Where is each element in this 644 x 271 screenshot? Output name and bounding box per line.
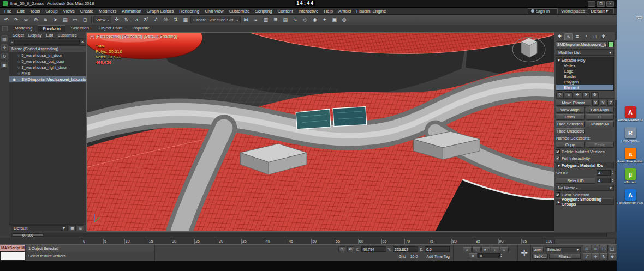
menu-item[interactable]: Create (77, 9, 96, 14)
select-by-name-icon[interactable]: ▤ (61, 16, 70, 24)
relax-settings-button[interactable]: □ (586, 114, 615, 120)
maximize-button[interactable]: ❐ (597, 1, 605, 7)
modifier-list-dropdown[interactable]: Modifier List▾ (556, 49, 614, 56)
z-coordinate-field[interactable]: 0,0 (425, 246, 450, 252)
desktop-icon[interactable]: A Adobe Reader XI (617, 106, 644, 122)
display-tab-icon[interactable]: ▢ (591, 33, 599, 40)
explorer-column-header[interactable]: Name (Sorted Ascending) (9, 46, 86, 52)
ribbon-tab[interactable]: Selection (67, 25, 93, 32)
menu-item[interactable]: Rendering (176, 9, 202, 14)
stack-sub-item[interactable]: Border (556, 74, 613, 79)
hide-unselected-button[interactable]: Hide Unselected (556, 128, 585, 134)
create-tab-icon[interactable]: ✚ (556, 33, 564, 40)
viewport-layout-tab-icon[interactable]: ▤ (1, 35, 8, 42)
desktop-icon[interactable]: A Приложения Autodesk (617, 189, 644, 204)
ribbon-tab[interactable]: Freeform (38, 25, 65, 32)
edit-named-selection-sets-icon[interactable]: ▦ (181, 16, 190, 24)
maxscript-input[interactable] (0, 251, 25, 261)
clear-selection-checkbox[interactable] (556, 192, 560, 197)
y-coordinate-field[interactable]: 225,862 (393, 246, 418, 252)
frame-spinner[interactable]: ▲▼ (500, 254, 503, 258)
select-id-field[interactable]: 4 (597, 178, 611, 183)
mirror-icon[interactable]: ⋈ (241, 16, 251, 24)
menu-item[interactable]: Modifiers (96, 9, 119, 14)
named-selection-set-combo[interactable]: Create Selection Set▾ (190, 16, 241, 23)
ribbon-tab[interactable]: Modeling (10, 25, 37, 32)
make-unique-icon[interactable]: ❖ (574, 92, 581, 98)
unlink-selection-icon[interactable]: ⊘ (31, 16, 40, 24)
close-button[interactable]: ✕ (606, 1, 614, 7)
menu-item[interactable]: Views (61, 9, 77, 14)
selection-region-icon[interactable]: ▭ (70, 16, 80, 24)
full-interactivity-checkbox[interactable] (556, 156, 560, 160)
menu-item[interactable]: Houdini Engine (354, 9, 389, 14)
object-color-swatch[interactable] (608, 41, 614, 47)
list-item[interactable]: ◉ ○ SMDImporter.Mesh.secret_laborato (9, 76, 86, 82)
menu-item[interactable]: Graph Editors (144, 9, 176, 14)
menu-item[interactable]: Scripting (252, 9, 275, 14)
desktop-icon[interactable]: a Avast Free Antivirus (617, 148, 644, 163)
desktop-icon[interactable]: R RegOrgani... (617, 127, 644, 142)
visibility-eye-icon[interactable]: ◉ (13, 77, 16, 82)
paste-button[interactable]: Paste (586, 142, 615, 148)
planar-x-button[interactable]: X (592, 100, 599, 106)
select-and-link-icon[interactable]: ∞ (21, 16, 31, 24)
schematic-view-icon[interactable]: ◇ (300, 16, 309, 24)
bind-to-space-warp-icon[interactable]: ≋ (41, 16, 50, 24)
stack-sub-item[interactable]: Edge (556, 68, 613, 74)
isolate-selection-icon[interactable]: ⊙ (338, 246, 345, 252)
layer-explorer-icon[interactable]: ≣ (271, 16, 280, 24)
hierarchy-tab-icon[interactable]: ≣ (573, 33, 581, 40)
show-end-result-icon[interactable]: ≡ (565, 92, 573, 98)
region-tool-icon[interactable]: ▣ (1, 62, 8, 68)
configure-modifier-sets-icon[interactable]: ⚙ (591, 92, 599, 98)
hide-selected-button[interactable]: Hide Selected (556, 121, 585, 127)
ribbon-toggle-icon[interactable]: ▤ (281, 16, 290, 24)
stack-sub-item[interactable]: Polygon (556, 79, 613, 85)
zoom-all-icon[interactable]: ⊞ (592, 245, 600, 252)
curve-editor-icon[interactable]: ∿ (290, 16, 300, 24)
set-key-button[interactable]: Set K... (532, 254, 548, 259)
ribbon-tab[interactable]: Populate (128, 25, 154, 32)
angle-snap-icon[interactable]: ∠ (151, 16, 160, 24)
play-button[interactable]: ► (481, 247, 490, 252)
planar-z-button[interactable]: Z (607, 100, 614, 106)
render-production-icon[interactable]: ◍ (339, 16, 349, 24)
key-filters-button[interactable]: Filters... (549, 254, 581, 259)
select-object-icon[interactable]: ➤ (51, 16, 60, 24)
menu-item[interactable]: Arnold (336, 9, 354, 14)
key-mode-toggle-icon[interactable]: ◈ (469, 253, 478, 258)
material-name-dropdown[interactable]: No Name -▾ (556, 185, 614, 191)
select-id-button[interactable]: Select ID (556, 178, 595, 184)
pin-stack-icon[interactable]: ⚲ (556, 92, 564, 98)
list-item[interactable]: ◉ ○ 5_warehouse_in_door (9, 52, 86, 58)
pan-crosshair-icon[interactable]: ✛ (517, 245, 530, 261)
make-planar-button[interactable]: Make Planar (556, 100, 591, 106)
maximize-viewport-icon[interactable]: ❖ (609, 253, 617, 261)
pan-view-icon[interactable]: ✛ (592, 253, 600, 261)
menu-item[interactable]: Civil View (202, 9, 226, 14)
explorer-menu-item[interactable]: Select (11, 33, 26, 38)
add-time-tag[interactable]: Add Time Tag (426, 255, 450, 258)
menu-item[interactable]: Group (43, 9, 60, 14)
minimize-button[interactable]: – (588, 1, 595, 7)
menu-item[interactable]: Customize (226, 9, 253, 14)
viewport-label[interactable]: [+] [Perspective] [Standard] [Default Sh… (90, 34, 177, 39)
selection-lock-icon[interactable]: ⊘ (347, 246, 354, 252)
field-of-view-icon[interactable]: ∠ (583, 253, 591, 261)
stack-root-item[interactable]: ▾ Editable Poly (556, 57, 613, 63)
copy-button[interactable]: Copy (556, 142, 585, 148)
material-editor-icon[interactable]: ◉ (310, 16, 319, 24)
time-slider-track[interactable]: 0 / 100 (11, 233, 607, 237)
key-mode-dropdown[interactable]: Selected▾ (545, 247, 581, 252)
previous-frame-button[interactable]: ‹ (472, 247, 481, 252)
set-id-spinner[interactable]: ▲▼ (612, 171, 614, 175)
explorer-menu-item[interactable]: Display (27, 33, 44, 38)
select-and-rotate-icon[interactable]: ↻ (122, 16, 131, 24)
menu-item[interactable]: Interactive (296, 9, 321, 14)
workspace-dropdown[interactable]: Default ▾ (588, 8, 614, 14)
select-id-spinner[interactable]: ▲▼ (612, 178, 614, 183)
menu-item[interactable]: File (2, 9, 14, 14)
explorer-menu-item[interactable]: Edit (44, 33, 55, 38)
search-input[interactable] (14, 40, 80, 45)
